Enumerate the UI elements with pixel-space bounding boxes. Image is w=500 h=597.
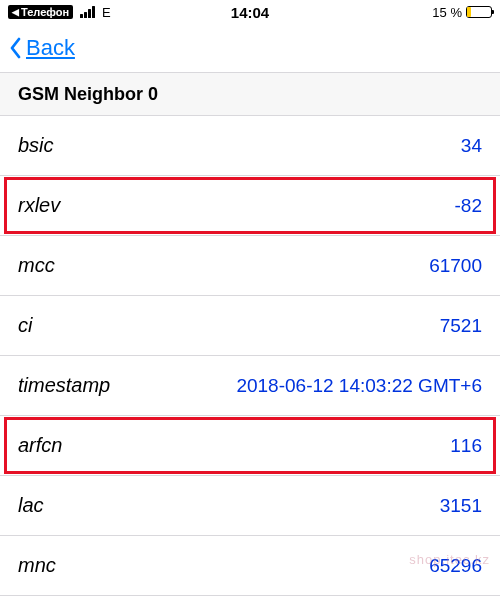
table-row[interactable]: timestamp2018-06-12 14:03:22 GMT+6 xyxy=(0,356,500,416)
battery-icon xyxy=(466,6,492,18)
return-app-label: Телефон xyxy=(21,6,69,18)
row-label: mcc xyxy=(18,254,55,277)
row-value: -82 xyxy=(455,195,482,217)
row-value: 7521 xyxy=(440,315,482,337)
table-row[interactable]: bsic34 xyxy=(0,116,500,176)
row-label: lac xyxy=(18,494,44,517)
nav-bar: Back xyxy=(0,24,500,72)
highlight-box xyxy=(4,417,496,474)
row-value: 116 xyxy=(450,435,482,457)
table-row[interactable]: arfcn116 xyxy=(0,416,500,476)
row-label: timestamp xyxy=(18,374,110,397)
row-value: 2018-06-12 14:03:22 GMT+6 xyxy=(236,375,482,397)
clock: 14:04 xyxy=(231,4,269,21)
section-title: GSM Neighbor 0 xyxy=(18,84,158,105)
row-label: arfcn xyxy=(18,434,62,457)
table-row[interactable]: rxlev-82 xyxy=(0,176,500,236)
chevron-left-icon xyxy=(8,37,24,59)
row-value: 34 xyxy=(461,135,482,157)
row-label: rxlev xyxy=(18,194,60,217)
return-to-app-pill[interactable]: ◀ Телефон xyxy=(8,5,73,19)
row-label: bsic xyxy=(18,134,54,157)
row-label: mnc xyxy=(18,554,56,577)
row-value: 3151 xyxy=(440,495,482,517)
row-value: 61700 xyxy=(429,255,482,277)
row-label: ci xyxy=(18,314,32,337)
highlight-box xyxy=(4,177,496,234)
network-type: E xyxy=(102,5,111,20)
watermark: shop.itec.kz xyxy=(409,552,490,567)
status-left: ◀ Телефон E xyxy=(8,5,111,20)
back-button[interactable]: Back xyxy=(8,35,75,61)
data-rows: bsic34rxlev-82mcc61700ci7521timestamp201… xyxy=(0,116,500,596)
table-row[interactable]: mcc61700 xyxy=(0,236,500,296)
section-header: GSM Neighbor 0 xyxy=(0,72,500,116)
table-row[interactable]: ci7521 xyxy=(0,296,500,356)
status-right: 15 % xyxy=(432,5,492,20)
back-label: Back xyxy=(26,35,75,61)
chevron-left-icon: ◀ xyxy=(12,7,19,17)
signal-strength-icon xyxy=(80,6,95,18)
table-row[interactable]: lac3151 xyxy=(0,476,500,536)
battery-percentage: 15 % xyxy=(432,5,462,20)
status-bar: ◀ Телефон E 14:04 15 % xyxy=(0,0,500,24)
